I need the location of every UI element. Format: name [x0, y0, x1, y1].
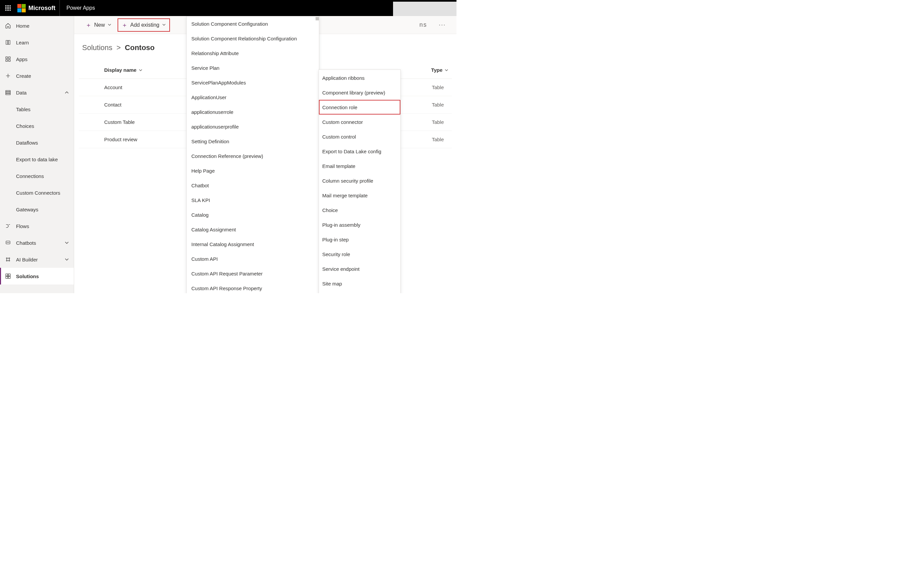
breadcrumb-root[interactable]: Solutions [82, 43, 112, 52]
menu-item-label: Setting Definition [191, 139, 229, 144]
submenu-item-label: Application ribbons [322, 75, 365, 81]
submenu-item-label: Export to Data Lake config [322, 149, 381, 154]
menu-item-label: applicationuserrole [191, 109, 233, 115]
submenu-item[interactable]: Export to Data Lake config [319, 144, 400, 158]
row-name: Product review [79, 137, 137, 142]
submenu-item[interactable]: Choice [319, 203, 400, 217]
sidebar-item-label: Learn [16, 40, 29, 45]
menu-item-label: Solution Component Relationship Configur… [191, 36, 297, 41]
submenu-item[interactable]: Plug-in assembly [319, 217, 400, 232]
sidebar-item-label: Solutions [16, 274, 39, 279]
sidebar-item-learn[interactable]: Learn [0, 34, 74, 51]
menu-item[interactable]: Service Plan [186, 60, 319, 75]
sidebar-item-solutions[interactable]: Solutions [0, 268, 74, 284]
menu-item-label: Custom API [191, 256, 218, 262]
submenu-item-label: Connection role [322, 104, 357, 110]
sidebar-item-export-to-data-lake[interactable]: Export to data lake [0, 151, 74, 168]
app-launcher-button[interactable] [0, 5, 16, 11]
menu-item[interactable]: ApplicationUser [186, 90, 319, 104]
sidebar-item-choices[interactable]: Choices [0, 117, 74, 134]
submenu-item-label: Choice [322, 207, 338, 213]
chevron-up-icon [64, 90, 69, 95]
sidebar-item-flows[interactable]: Flows [0, 218, 74, 234]
topbar-blank-area [393, 2, 457, 16]
chevron-down-icon [162, 22, 166, 28]
menu-item[interactable]: Custom API [186, 251, 319, 266]
breadcrumb-separator: > [117, 43, 121, 52]
submenu-item-label: Site map [322, 281, 342, 287]
menu-item[interactable]: Solution Component Configuration [186, 17, 319, 31]
submenu-item[interactable]: Plug-in step [319, 232, 400, 247]
submenu-item[interactable]: Mail merge template [319, 188, 400, 203]
menu-item[interactable]: Custom API Request Parameter [186, 266, 319, 281]
sidebar-item-label: Flows [16, 223, 29, 229]
menu-item[interactable]: Relationship Attribute [186, 46, 319, 60]
new-button-label: New [94, 22, 105, 28]
sidebar-item-label: Chatbots [16, 240, 36, 246]
submenu-item-label: Mail merge template [322, 193, 368, 198]
submenu-item[interactable]: Security role [319, 247, 400, 261]
submenu-item-label: Custom control [322, 134, 356, 140]
add-existing-button[interactable]: ＋ Add existing [117, 18, 170, 32]
sidebar-item-apps[interactable]: Apps [0, 51, 74, 68]
sidebar-item-tables[interactable]: Tables [0, 101, 74, 117]
column-header-type[interactable]: Type [431, 67, 452, 73]
menu-item[interactable]: Help Page [186, 163, 319, 178]
new-button[interactable]: ＋ New [81, 18, 116, 32]
menu-item[interactable]: Connection Reference (preview) [186, 149, 319, 163]
sidebar-item-dataflows[interactable]: Dataflows [0, 134, 74, 151]
submenu-item[interactable]: Application ribbons [319, 71, 400, 85]
submenu-item[interactable]: Custom connector [319, 114, 400, 129]
sidebar-item-label: Home [16, 23, 30, 29]
sidebar-item-connections[interactable]: Connections [0, 168, 74, 184]
sidebar-item-ai-builder[interactable]: AI Builder [0, 251, 74, 268]
menu-item-label: Catalog Assignment [191, 227, 236, 233]
row-type: Table [432, 137, 452, 142]
sidebar-item-custom-connectors[interactable]: Custom Connectors [0, 184, 74, 201]
more-commands-button[interactable]: ··· [439, 21, 446, 28]
sidebar-item-gateways[interactable]: Gateways [0, 201, 74, 218]
menu-item[interactable]: applicationuserrole [186, 104, 319, 119]
submenu-item[interactable]: Virtual talbe data provider [319, 291, 400, 293]
menu-item[interactable]: Chatbot [186, 178, 319, 193]
sidebar-item-label: Tables [16, 107, 30, 112]
svg-rect-1 [8, 5, 9, 7]
grid-icon [5, 56, 12, 63]
microsoft-logo: Microsoft [16, 4, 59, 12]
submenu-item[interactable]: Connection role [319, 100, 400, 114]
submenu-item[interactable]: Service endpoint [319, 261, 400, 276]
menu-item-label: SLA KPI [191, 197, 210, 203]
row-name: Contact [79, 102, 122, 107]
menu-item[interactable]: Setting Definition [186, 134, 319, 149]
submenu-item-label: Email template [322, 163, 355, 169]
chatbot-icon [5, 239, 12, 246]
sidebar-item-label: Data [16, 90, 27, 96]
add-existing-button-label: Add existing [130, 22, 159, 28]
sidebar-item-data[interactable]: Data [0, 84, 74, 101]
column-header-label: Type [431, 67, 442, 73]
menu-item[interactable]: Custom API Response Property [186, 281, 319, 293]
menu-item[interactable]: Catalog Assignment [186, 222, 319, 237]
column-header-display-name[interactable]: Display name [79, 67, 143, 73]
submenu-item[interactable]: Site map [319, 276, 400, 291]
sidebar-item-create[interactable]: Create [0, 68, 74, 84]
flow-icon [5, 223, 12, 229]
submenu-item[interactable]: Component library (preview) [319, 85, 400, 100]
sidebar: HomeLearnAppsCreateDataTablesChoicesData… [0, 16, 74, 293]
submenu-item[interactable]: Custom control [319, 129, 400, 144]
sidebar-item-label: Connections [16, 173, 44, 179]
column-header-label: Display name [104, 67, 137, 73]
menu-item[interactable]: Internal Catalog Assignment [186, 237, 319, 251]
menu-item[interactable]: Catalog [186, 207, 319, 222]
sidebar-item-chatbots[interactable]: Chatbots [0, 234, 74, 251]
submenu-item[interactable]: Column security profile [319, 173, 400, 188]
sidebar-item-home[interactable]: Home [0, 17, 74, 34]
menu-item-label: ServicePlanAppModules [191, 80, 246, 86]
submenu-item-label: Security role [322, 251, 350, 257]
menu-item[interactable]: SLA KPI [186, 193, 319, 207]
submenu-item[interactable]: Email template [319, 158, 400, 173]
menu-item[interactable]: ServicePlanAppModules [186, 75, 319, 90]
plus-icon: ＋ [86, 21, 91, 29]
menu-item[interactable]: Solution Component Relationship Configur… [186, 31, 319, 46]
menu-item[interactable]: applicationuserprofile [186, 119, 319, 134]
